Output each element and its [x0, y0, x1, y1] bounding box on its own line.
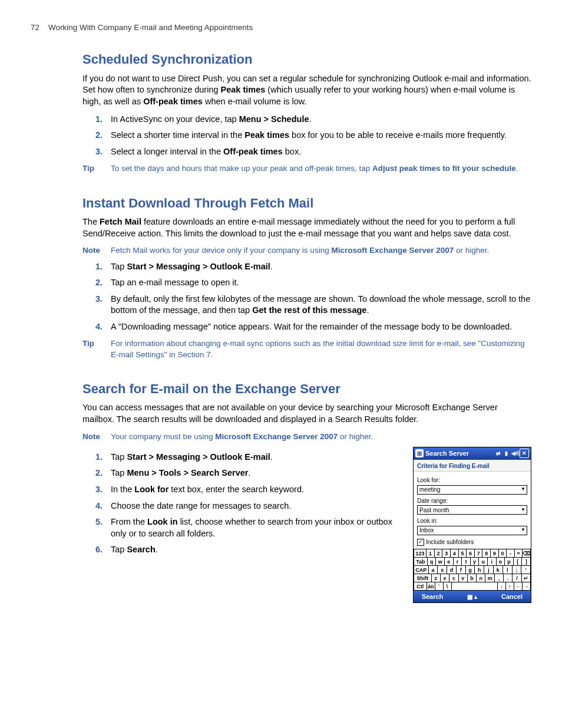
keyboard-key[interactable]: v	[459, 574, 468, 582]
keyboard-key[interactable]: p	[505, 558, 514, 566]
section-fetch-mail-heading: Instant Download Through Fetch Mail	[82, 195, 531, 212]
keyboard-key[interactable]: c	[449, 574, 458, 582]
keyboard-key[interactable]: 0	[499, 549, 507, 558]
keyboard-key[interactable]: ]	[522, 558, 531, 566]
search-server-steps: Tap Start > Messaging > Outlook E-mail. …	[82, 452, 402, 556]
keyboard-key[interactable]: x	[441, 574, 449, 582]
keyboard-key[interactable]: ⌫	[523, 549, 531, 558]
page-number: 72	[31, 23, 39, 32]
criteria-heading: Criteria for Finding E-mail	[414, 460, 531, 472]
signal-icon[interactable]: ▮	[503, 450, 510, 457]
include-subfolders-label: Include subfolders	[426, 538, 474, 546]
keyboard-key[interactable]: \	[444, 582, 452, 591]
dropdown-arrow-icon[interactable]: ▼	[519, 527, 527, 533]
keyboard-key[interactable]: 6	[467, 549, 475, 558]
include-subfolders-checkbox[interactable]: ✓ Include subfolders	[417, 538, 527, 546]
keyboard-key[interactable]: .	[504, 574, 513, 582]
keyboard-key[interactable]: m	[485, 574, 494, 582]
note-label: Note	[82, 245, 111, 256]
look-in-select[interactable]: Inbox ▼	[417, 526, 527, 535]
keyboard-key[interactable]: a	[429, 566, 438, 574]
list-item: Tap Search.	[111, 544, 402, 556]
keyboard-key[interactable]: y	[471, 558, 480, 566]
running-head: 72 Working With Company E-mail and Meeti…	[31, 22, 531, 33]
keyboard-key[interactable]: i	[488, 558, 497, 566]
look-for-input[interactable]: meeting ▼	[417, 485, 527, 495]
keyboard-key[interactable]: q	[428, 558, 437, 566]
keyboard-key[interactable]: w	[436, 558, 445, 566]
tip-text: To set the days and hours that make up y…	[111, 163, 531, 174]
keyboard-key[interactable]: -	[507, 549, 515, 558]
on-screen-keyboard[interactable]: 1231234567890-=⌫ Tabqwertyuiop[] CAPasdf…	[414, 549, 531, 591]
keyboard-key[interactable]: 1	[427, 549, 435, 558]
keyboard-key[interactable]: ↵	[522, 574, 531, 582]
tip-text: For information about changing e-mail sy…	[111, 338, 531, 360]
keyboard-key[interactable]: r	[454, 558, 462, 566]
keyboard-key[interactable]: áü	[427, 582, 435, 591]
keyboard-key[interactable]: '	[521, 566, 531, 574]
device-titlebar: ⊞ Search Server ⇄ ▮ ◀∈ ✕	[414, 447, 531, 460]
keyboard-key[interactable]: 3	[442, 549, 451, 558]
checkbox-icon: ✓	[417, 539, 424, 546]
keyboard-key[interactable]: [	[514, 558, 523, 566]
keyboard-key[interactable]: Shift	[414, 574, 432, 582]
keyboard-key[interactable]: 4	[451, 549, 459, 558]
keyboard-key[interactable]: Tab	[414, 558, 428, 566]
keyboard-key[interactable]: f	[457, 566, 466, 574]
keyboard-key[interactable]: →	[523, 582, 531, 591]
keyboard-key[interactable]: 9	[491, 549, 499, 558]
device-screenshot: ⊞ Search Server ⇄ ▮ ◀∈ ✕ Criteria for Fi…	[413, 447, 531, 604]
keyboard-key[interactable]: n	[477, 574, 485, 582]
start-icon[interactable]: ⊞	[415, 449, 424, 457]
list-item: From the Look in list, choose whether to…	[111, 516, 402, 539]
keyboard-key[interactable]: `	[435, 582, 444, 591]
date-range-select[interactable]: Past month ▼	[417, 505, 527, 515]
keyboard-key[interactable]: 2	[435, 549, 443, 558]
softkey-search-button[interactable]: Search	[414, 592, 451, 601]
keyboard-key[interactable]: ←	[514, 582, 523, 591]
tip-label: Tip	[82, 338, 111, 360]
keyboard-key[interactable]: /	[513, 574, 521, 582]
keyboard-key[interactable]: s	[438, 566, 447, 574]
keyboard-key[interactable]: ↑	[506, 582, 514, 591]
keyboard-key[interactable]: g	[466, 566, 475, 574]
keyboard-key[interactable]: u	[479, 558, 488, 566]
keyboard-key[interactable]: ,	[495, 574, 504, 582]
device-title: Search Server	[425, 449, 469, 458]
dropdown-arrow-icon[interactable]: ▼	[519, 486, 527, 493]
keyboard-key[interactable]: t	[462, 558, 471, 566]
connection-icon[interactable]: ⇄	[495, 450, 501, 457]
keyboard-key[interactable]: b	[468, 574, 477, 582]
fetch-mail-tip: Tip For information about changing e-mai…	[82, 338, 531, 360]
keyboard-key[interactable]: 123	[414, 549, 427, 558]
list-item: Tap Menu > Tools > Search Server.	[111, 467, 402, 479]
search-server-note: Note Your company must be using Microsof…	[82, 431, 531, 442]
keyboard-key[interactable]: j	[484, 566, 494, 574]
keyboard-key[interactable]: l	[503, 566, 513, 574]
keyboard-key[interactable]: =	[515, 549, 523, 558]
list-item: Select a longer interval in the Off-peak…	[111, 146, 531, 158]
keyboard-key[interactable]: 8	[482, 549, 491, 558]
keyboard-key[interactable]: ;	[513, 566, 522, 574]
volume-icon[interactable]: ◀∈	[511, 450, 518, 457]
softkey-cancel-button[interactable]: Cancel	[493, 592, 531, 601]
keyboard-key[interactable]: Ctl	[414, 582, 427, 591]
sip-toggle-icon[interactable]: ▦ ▴	[451, 593, 493, 601]
keyboard-key[interactable]: k	[494, 566, 503, 574]
keyboard-key[interactable]: 5	[459, 549, 467, 558]
look-in-value: Inbox	[418, 526, 519, 535]
sched-sync-tip: Tip To set the days and hours that make …	[82, 163, 531, 174]
keyboard-key[interactable]: d	[447, 566, 457, 574]
keyboard-key[interactable]: 7	[475, 549, 483, 558]
close-icon[interactable]: ✕	[520, 449, 529, 458]
keyboard-key[interactable]: h	[475, 566, 484, 574]
dropdown-arrow-icon[interactable]: ▼	[519, 507, 527, 513]
keyboard-key[interactable]: o	[497, 558, 505, 566]
keyboard-key[interactable]: ↓	[498, 582, 506, 591]
search-server-para: You can access messages that are not ava…	[82, 402, 531, 425]
keyboard-key[interactable]	[452, 582, 498, 591]
keyboard-key[interactable]: CAP	[414, 566, 429, 574]
keyboard-key[interactable]: e	[445, 558, 454, 566]
keyboard-key[interactable]: z	[432, 574, 441, 582]
note-text: Your company must be using Microsoft Exc…	[111, 431, 531, 442]
